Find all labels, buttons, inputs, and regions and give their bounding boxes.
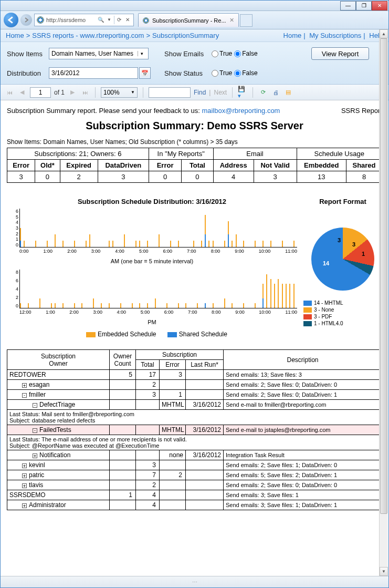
window-minimize-button[interactable]: — <box>340 1 356 11</box>
bar <box>193 241 194 247</box>
detail-table: Subscription Owner Owner Count Subscript… <box>7 349 382 510</box>
search-icon[interactable]: 🔍 <box>97 16 104 23</box>
breadcrumb-folder[interactable]: SSRS reports - www.rbreporting.com <box>32 32 144 39</box>
bar <box>205 303 206 308</box>
expand-toggle[interactable]: + <box>22 383 27 388</box>
summary-col: Total <box>182 160 213 171</box>
export-icon[interactable]: 💾▾ <box>238 88 247 97</box>
next-page-button[interactable]: ▶ <box>68 88 77 97</box>
description-cell: Send emails: 2; Save files: 0; DataDrive… <box>224 380 382 390</box>
breadcrumb-home[interactable]: Home <box>6 32 24 39</box>
calendar-icon[interactable]: 📅 <box>139 67 151 79</box>
description-cell: Send emails: 3; Save files: 1 <box>224 490 382 500</box>
stop-icon[interactable]: ✕ <box>124 16 131 23</box>
nav-my-subscriptions-link[interactable]: My Subscriptions <box>309 32 361 39</box>
breadcrumb-report[interactable]: SubscriptionSummary <box>152 32 219 39</box>
summary-val: 3 <box>254 171 297 183</box>
bar <box>135 241 136 247</box>
summary-col: Shared <box>346 160 382 171</box>
last-run-cell <box>186 370 224 380</box>
find-next-button[interactable]: Next <box>214 89 227 96</box>
error-cell: 3 <box>160 370 186 380</box>
col-total: Total <box>136 360 160 370</box>
home-icon[interactable]: ⌂ <box>352 16 360 24</box>
expand-toggle[interactable]: + <box>33 453 37 458</box>
show-items-dropdown[interactable]: Domain Names, User Names▾ <box>49 48 149 59</box>
expand-toggle[interactable]: + <box>22 483 27 488</box>
owner-cell: +tlavis <box>7 480 110 490</box>
total-cell <box>136 400 160 410</box>
expand-toggle[interactable]: - <box>22 393 27 398</box>
show-emails-false-radio[interactable] <box>234 50 241 57</box>
prev-page-button[interactable]: ◀ <box>17 88 27 97</box>
error-cell: MHTML <box>160 400 186 410</box>
count-cell: 1 <box>110 490 136 500</box>
expand-toggle[interactable]: - <box>33 403 37 408</box>
address-bar[interactable]: http://ssrsdemo 🔍 ▼ ⟳ ✕ <box>34 14 134 26</box>
last-page-button[interactable]: ⏭ <box>80 88 90 97</box>
window-maximize-button[interactable]: ❐ <box>356 1 372 11</box>
embedded-swatch <box>86 332 96 337</box>
bar <box>278 279 279 308</box>
nav-home-link[interactable]: Home <box>283 32 302 39</box>
owner-name: DefectTriage <box>39 401 75 408</box>
bar <box>197 303 198 308</box>
scroll-down-button[interactable]: ▼ <box>380 567 388 576</box>
bar <box>228 234 229 247</box>
show-status-true-radio[interactable] <box>212 70 218 77</box>
error-cell: MHTML <box>160 425 186 435</box>
tab-title: SubscriptionSummary - Re... <box>152 17 226 24</box>
find-button[interactable]: Find <box>194 89 206 96</box>
description-cell: Send emails: 2; Save files: 1; DataDrive… <box>224 460 382 470</box>
bar <box>255 241 256 247</box>
vertical-scrollbar[interactable]: ▲ ▼ <box>379 29 388 576</box>
count-cell <box>110 380 136 390</box>
report-body: Subscription Summary report. Please send… <box>1 100 388 588</box>
window-close-button[interactable]: ✕ <box>372 1 387 11</box>
col-last-run: Last Run* <box>186 360 224 370</box>
tab-close-button[interactable]: ✕ <box>229 17 234 24</box>
table-row: +Administrator4Send emails: 3; Save file… <box>7 500 382 510</box>
page-of-label: of 1 <box>54 89 65 96</box>
browser-tab[interactable]: SubscriptionSummary - Re... ✕ <box>138 13 239 27</box>
col-count: Owner Count <box>110 350 136 370</box>
format-legend: 14 - MHTML3 - None3 - PDF1 - HTML4.0 <box>303 300 382 326</box>
forward-button[interactable] <box>20 14 32 26</box>
distribution-date-input[interactable] <box>49 67 138 79</box>
pie-slice-label: 1 <box>362 251 365 257</box>
bar <box>112 241 113 247</box>
zoom-dropdown[interactable]: 100%▼ <box>101 87 138 98</box>
show-emails-true-radio[interactable] <box>212 50 218 57</box>
bar <box>293 284 295 308</box>
view-report-button[interactable]: View Report <box>311 47 369 60</box>
first-page-button[interactable]: ⏮ <box>5 88 14 97</box>
bar <box>81 303 82 308</box>
find-input[interactable] <box>149 87 191 98</box>
feed-icon[interactable]: ▤ <box>283 88 293 97</box>
page-number-input[interactable] <box>30 87 51 98</box>
refresh-icon[interactable]: ⟳ <box>115 16 123 23</box>
refresh-report-icon[interactable]: ⟳ <box>258 88 268 97</box>
owner-cell: +kevinl <box>7 460 110 470</box>
show-status-false-radio[interactable] <box>234 70 241 77</box>
owner-cell: +Administrator <box>7 500 110 510</box>
tools-gear-icon[interactable]: ⚙ <box>377 16 385 24</box>
scroll-up-button[interactable]: ▲ <box>380 29 388 38</box>
owner-cell: REDTOWER <box>7 370 110 380</box>
scroll-thumb[interactable] <box>380 38 387 514</box>
expand-toggle[interactable]: + <box>22 463 27 468</box>
back-button[interactable] <box>4 13 18 27</box>
summary-group-email: Email <box>213 148 297 160</box>
dropdown-icon[interactable]: ▼ <box>106 16 113 23</box>
total-cell: 17 <box>136 370 160 380</box>
expand-toggle[interactable]: - <box>33 428 37 433</box>
bar <box>20 241 21 247</box>
last-run-cell: 3/16/2012 <box>186 450 224 460</box>
new-tab-button[interactable] <box>240 14 253 27</box>
expand-toggle[interactable]: + <box>22 473 27 478</box>
print-icon[interactable]: 🖨 <box>271 88 280 97</box>
feedback-email-link[interactable]: mailbox@rbreporting.com <box>202 107 280 115</box>
favorites-icon[interactable]: ☆ <box>364 16 373 24</box>
expand-toggle[interactable]: + <box>22 503 27 508</box>
last-run-cell: 3/16/2012 <box>186 425 224 435</box>
